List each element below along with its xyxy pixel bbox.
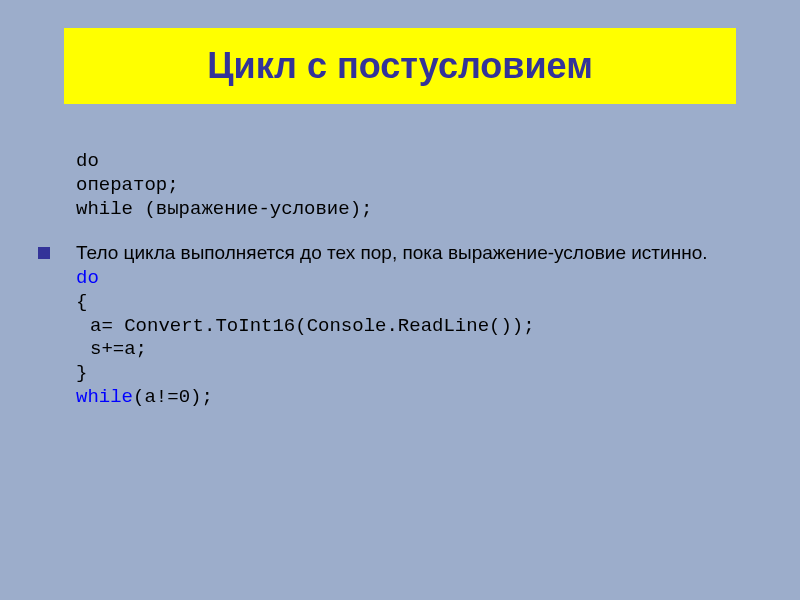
keyword-while: while xyxy=(76,386,133,408)
while-zero: 0 xyxy=(179,386,190,408)
code-block: do { a= Convert.ToInt16(Console.ReadLine… xyxy=(76,267,708,410)
bullet-body: Тело цикла выполняется до тех пор, пока … xyxy=(76,241,708,409)
brace-close: } xyxy=(76,362,708,386)
code-line-s: s+=a; xyxy=(76,338,708,362)
code-line-a: a= Convert.ToInt16(Console.ReadLine()); xyxy=(76,315,708,339)
bullet-icon xyxy=(38,247,50,259)
syntax-line-3: while (выражение-условие); xyxy=(76,198,760,222)
slide-content: do оператор; while (выражение-условие); … xyxy=(76,150,760,410)
title-box: Цикл с постусловием xyxy=(64,28,736,104)
keyword-do: do xyxy=(76,267,99,289)
bullet-item: Тело цикла выполняется до тех пор, пока … xyxy=(76,241,760,409)
while-open: (a!= xyxy=(133,386,179,408)
slide-title: Цикл с постусловием xyxy=(207,45,593,87)
while-line: while(a!=0); xyxy=(76,386,708,410)
brace-open: { xyxy=(76,291,708,315)
syntax-line-1: do xyxy=(76,150,760,174)
description-text: Тело цикла выполняется до тех пор, пока … xyxy=(76,241,708,265)
syntax-line-2: оператор; xyxy=(76,174,760,198)
while-close: ); xyxy=(190,386,213,408)
slide: Цикл с постусловием do оператор; while (… xyxy=(0,0,800,600)
